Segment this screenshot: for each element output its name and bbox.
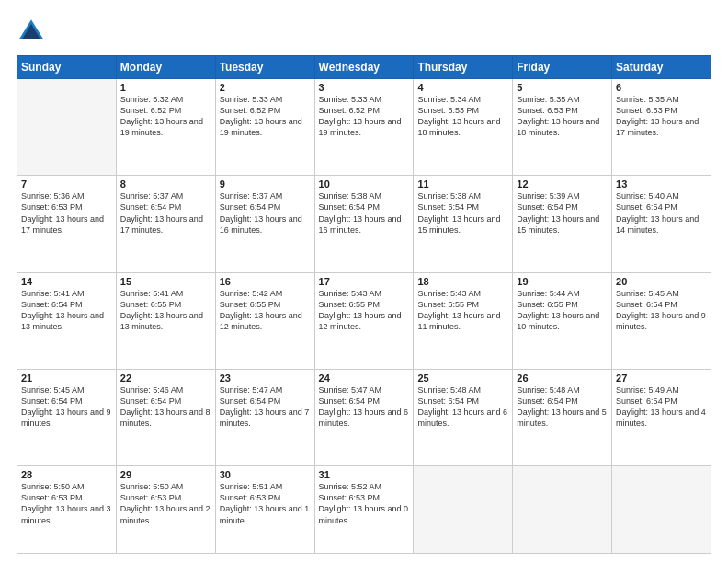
week-row-3: 21 Sunrise: 5:45 AM Sunset: 6:54 PM Dayl… <box>17 369 711 465</box>
calendar-cell: 15 Sunrise: 5:41 AM Sunset: 6:55 PM Dayl… <box>116 272 215 369</box>
day-info: Sunrise: 5:33 AM Sunset: 6:52 PM Dayligh… <box>220 94 311 139</box>
week-row-1: 7 Sunrise: 5:36 AM Sunset: 6:53 PM Dayli… <box>17 176 711 272</box>
day-info: Sunrise: 5:38 AM Sunset: 6:54 PM Dayligh… <box>319 190 410 236</box>
calendar-cell: 13 Sunrise: 5:40 AM Sunset: 6:54 PM Dayl… <box>612 176 711 272</box>
logo-icon <box>17 17 46 46</box>
weekday-saturday: Saturday <box>612 56 711 79</box>
day-info: Sunrise: 5:48 AM Sunset: 6:54 PM Dayligh… <box>517 385 608 430</box>
day-number: 21 <box>21 373 112 384</box>
day-number: 20 <box>616 276 707 287</box>
header <box>17 17 711 46</box>
day-number: 16 <box>220 276 311 287</box>
calendar-cell: 18 Sunrise: 5:43 AM Sunset: 6:55 PM Dayl… <box>414 272 513 369</box>
day-info: Sunrise: 5:37 AM Sunset: 6:54 PM Dayligh… <box>120 190 211 236</box>
calendar-cell <box>414 466 513 554</box>
day-number: 3 <box>319 82 410 93</box>
day-info: Sunrise: 5:35 AM Sunset: 6:53 PM Dayligh… <box>616 94 707 139</box>
day-info: Sunrise: 5:52 AM Sunset: 6:53 PM Dayligh… <box>319 481 410 526</box>
day-number: 31 <box>319 469 410 480</box>
weekday-tuesday: Tuesday <box>215 56 314 79</box>
logo <box>17 17 50 46</box>
day-number: 12 <box>517 178 608 190</box>
day-info: Sunrise: 5:51 AM Sunset: 6:53 PM Dayligh… <box>220 481 311 526</box>
calendar-cell: 1 Sunrise: 5:32 AM Sunset: 6:52 PM Dayli… <box>116 79 215 176</box>
calendar-cell: 14 Sunrise: 5:41 AM Sunset: 6:54 PM Dayl… <box>17 272 117 369</box>
week-row-4: 28 Sunrise: 5:50 AM Sunset: 6:53 PM Dayl… <box>17 466 711 554</box>
day-number: 17 <box>319 276 410 287</box>
day-number: 23 <box>220 373 311 384</box>
day-info: Sunrise: 5:48 AM Sunset: 6:54 PM Dayligh… <box>417 385 508 430</box>
day-info: Sunrise: 5:50 AM Sunset: 6:53 PM Dayligh… <box>21 481 112 526</box>
calendar-cell: 5 Sunrise: 5:35 AM Sunset: 6:53 PM Dayli… <box>513 79 612 176</box>
day-info: Sunrise: 5:45 AM Sunset: 6:54 PM Dayligh… <box>21 385 112 430</box>
day-info: Sunrise: 5:43 AM Sunset: 6:55 PM Dayligh… <box>319 288 410 333</box>
day-info: Sunrise: 5:38 AM Sunset: 6:54 PM Dayligh… <box>417 190 508 236</box>
day-info: Sunrise: 5:45 AM Sunset: 6:54 PM Dayligh… <box>616 288 707 333</box>
calendar-cell: 27 Sunrise: 5:49 AM Sunset: 6:54 PM Dayl… <box>612 369 711 465</box>
calendar-cell: 31 Sunrise: 5:52 AM Sunset: 6:53 PM Dayl… <box>314 466 414 554</box>
day-number: 28 <box>21 469 112 480</box>
day-number: 14 <box>21 276 112 287</box>
week-row-0: 1 Sunrise: 5:32 AM Sunset: 6:52 PM Dayli… <box>17 79 711 176</box>
day-info: Sunrise: 5:39 AM Sunset: 6:54 PM Dayligh… <box>517 190 608 236</box>
weekday-sunday: Sunday <box>17 56 117 79</box>
day-info: Sunrise: 5:37 AM Sunset: 6:54 PM Dayligh… <box>220 190 311 236</box>
day-number: 30 <box>220 469 311 480</box>
calendar-cell: 29 Sunrise: 5:50 AM Sunset: 6:53 PM Dayl… <box>116 466 215 554</box>
weekday-header-row: SundayMondayTuesdayWednesdayThursdayFrid… <box>17 56 711 79</box>
weekday-thursday: Thursday <box>414 56 513 79</box>
calendar-cell: 25 Sunrise: 5:48 AM Sunset: 6:54 PM Dayl… <box>414 369 513 465</box>
day-info: Sunrise: 5:49 AM Sunset: 6:54 PM Dayligh… <box>616 385 707 430</box>
day-info: Sunrise: 5:44 AM Sunset: 6:55 PM Dayligh… <box>517 288 608 333</box>
day-number: 1 <box>120 82 211 93</box>
day-number: 10 <box>319 178 410 190</box>
calendar-cell: 11 Sunrise: 5:38 AM Sunset: 6:54 PM Dayl… <box>414 176 513 272</box>
calendar-cell: 19 Sunrise: 5:44 AM Sunset: 6:55 PM Dayl… <box>513 272 612 369</box>
calendar-cell: 21 Sunrise: 5:45 AM Sunset: 6:54 PM Dayl… <box>17 369 117 465</box>
day-info: Sunrise: 5:41 AM Sunset: 6:55 PM Dayligh… <box>120 288 211 333</box>
calendar-cell: 12 Sunrise: 5:39 AM Sunset: 6:54 PM Dayl… <box>513 176 612 272</box>
calendar-cell: 10 Sunrise: 5:38 AM Sunset: 6:54 PM Dayl… <box>314 176 414 272</box>
day-info: Sunrise: 5:36 AM Sunset: 6:53 PM Dayligh… <box>21 190 112 236</box>
calendar-cell: 20 Sunrise: 5:45 AM Sunset: 6:54 PM Dayl… <box>612 272 711 369</box>
day-info: Sunrise: 5:47 AM Sunset: 6:54 PM Dayligh… <box>220 385 311 430</box>
calendar-cell: 16 Sunrise: 5:42 AM Sunset: 6:55 PM Dayl… <box>215 272 314 369</box>
day-number: 9 <box>220 178 311 190</box>
calendar-cell: 26 Sunrise: 5:48 AM Sunset: 6:54 PM Dayl… <box>513 369 612 465</box>
day-info: Sunrise: 5:43 AM Sunset: 6:55 PM Dayligh… <box>417 288 508 333</box>
day-number: 13 <box>616 178 707 190</box>
calendar-cell: 6 Sunrise: 5:35 AM Sunset: 6:53 PM Dayli… <box>612 79 711 176</box>
calendar-cell <box>17 79 117 176</box>
day-info: Sunrise: 5:42 AM Sunset: 6:55 PM Dayligh… <box>220 288 311 333</box>
calendar-cell: 30 Sunrise: 5:51 AM Sunset: 6:53 PM Dayl… <box>215 466 314 554</box>
day-number: 18 <box>417 276 508 287</box>
day-number: 7 <box>21 178 112 190</box>
day-info: Sunrise: 5:50 AM Sunset: 6:53 PM Dayligh… <box>120 481 211 526</box>
day-info: Sunrise: 5:34 AM Sunset: 6:53 PM Dayligh… <box>417 94 508 139</box>
weekday-wednesday: Wednesday <box>314 56 414 79</box>
day-info: Sunrise: 5:40 AM Sunset: 6:54 PM Dayligh… <box>616 190 707 236</box>
day-number: 26 <box>517 373 608 384</box>
day-number: 6 <box>616 82 707 93</box>
calendar-cell: 22 Sunrise: 5:46 AM Sunset: 6:54 PM Dayl… <box>116 369 215 465</box>
calendar-cell: 4 Sunrise: 5:34 AM Sunset: 6:53 PM Dayli… <box>414 79 513 176</box>
day-info: Sunrise: 5:47 AM Sunset: 6:54 PM Dayligh… <box>319 385 410 430</box>
day-number: 25 <box>417 373 508 384</box>
day-number: 4 <box>417 82 508 93</box>
calendar-cell: 24 Sunrise: 5:47 AM Sunset: 6:54 PM Dayl… <box>314 369 414 465</box>
week-row-2: 14 Sunrise: 5:41 AM Sunset: 6:54 PM Dayl… <box>17 272 711 369</box>
page: SundayMondayTuesdayWednesdayThursdayFrid… <box>0 0 728 563</box>
calendar-cell: 17 Sunrise: 5:43 AM Sunset: 6:55 PM Dayl… <box>314 272 414 369</box>
calendar-cell: 28 Sunrise: 5:50 AM Sunset: 6:53 PM Dayl… <box>17 466 117 554</box>
day-info: Sunrise: 5:46 AM Sunset: 6:54 PM Dayligh… <box>120 385 211 430</box>
calendar-cell: 3 Sunrise: 5:33 AM Sunset: 6:52 PM Dayli… <box>314 79 414 176</box>
day-number: 2 <box>220 82 311 93</box>
day-info: Sunrise: 5:32 AM Sunset: 6:52 PM Dayligh… <box>120 94 211 139</box>
day-number: 5 <box>517 82 608 93</box>
day-info: Sunrise: 5:33 AM Sunset: 6:52 PM Dayligh… <box>319 94 410 139</box>
calendar-cell: 7 Sunrise: 5:36 AM Sunset: 6:53 PM Dayli… <box>17 176 117 272</box>
weekday-monday: Monday <box>116 56 215 79</box>
calendar-cell: 9 Sunrise: 5:37 AM Sunset: 6:54 PM Dayli… <box>215 176 314 272</box>
calendar-table: SundayMondayTuesdayWednesdayThursdayFrid… <box>17 55 711 554</box>
calendar-cell: 23 Sunrise: 5:47 AM Sunset: 6:54 PM Dayl… <box>215 369 314 465</box>
